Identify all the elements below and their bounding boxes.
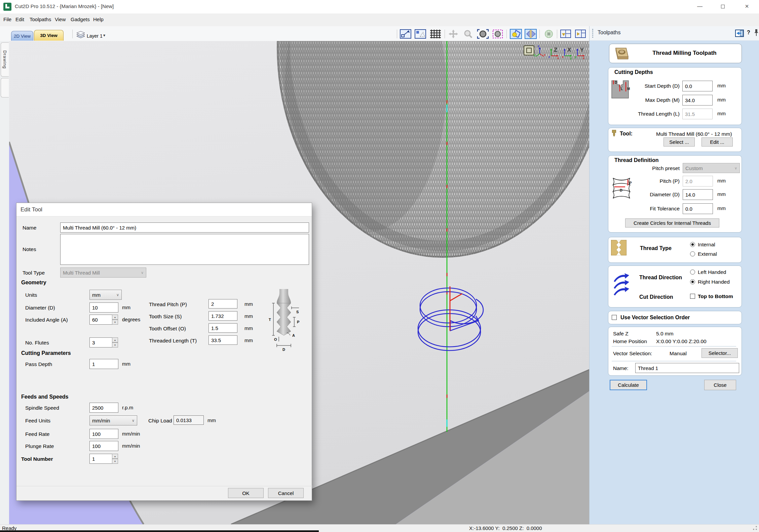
thread-pitch-input[interactable]: 2 xyxy=(208,299,237,309)
diameter-input[interactable]: 10 xyxy=(89,302,118,313)
tool-select-button[interactable]: Select ... xyxy=(663,137,695,147)
toolbar-separator xyxy=(445,30,445,38)
zoom-tool-icon-disabled[interactable] xyxy=(462,29,474,39)
svg-text:y: y xyxy=(570,56,572,60)
thread-length-unit: mm xyxy=(717,111,726,116)
plunge-rate-label: Plunge Rate xyxy=(25,443,54,450)
ok-button[interactable]: OK xyxy=(228,488,264,498)
tool-number-input[interactable]: 1 xyxy=(89,454,112,464)
included-angle-spinner[interactable] xyxy=(112,315,118,325)
menu-help[interactable]: Help xyxy=(93,16,104,22)
vector-order-checkbox[interactable] xyxy=(612,315,617,320)
tab-2d-view[interactable]: 2D View xyxy=(11,31,33,41)
menu-file[interactable]: File xyxy=(3,16,11,22)
menu-edit[interactable]: Edit xyxy=(15,16,24,22)
units-value: mm xyxy=(92,292,101,298)
zoom-extents-icon[interactable] xyxy=(400,29,412,39)
calculate-button[interactable]: Calculate xyxy=(610,380,647,390)
right-handed-radio[interactable] xyxy=(690,279,695,284)
fit-tolerance-input[interactable]: 0.0 xyxy=(683,203,713,214)
thread-type-internal-radio[interactable] xyxy=(690,242,695,247)
tile-windows-vertical-icon[interactable] xyxy=(574,29,586,39)
spindle-speed-input[interactable]: 2500 xyxy=(89,403,118,413)
num-flutes-spinner[interactable] xyxy=(112,337,118,347)
toggle-solid-view-icon-active[interactable] xyxy=(525,29,537,39)
thread-type-external-radio[interactable] xyxy=(690,251,695,256)
help-icon[interactable] xyxy=(747,30,750,36)
window-maximize-button[interactable] xyxy=(715,0,730,13)
svg-text:S: S xyxy=(296,310,299,314)
drawing-side-tab[interactable]: Drawing xyxy=(1,42,9,77)
toggle-material-icon-disabled[interactable] xyxy=(543,29,555,39)
grid-toggle-icon[interactable] xyxy=(429,29,441,39)
window-minimize-button[interactable] xyxy=(692,0,708,13)
plunge-rate-input[interactable]: 100 xyxy=(89,441,118,451)
left-handed-label[interactable]: Left Handed xyxy=(698,269,726,276)
toolpaths-panel-title: Toolpaths xyxy=(598,30,621,36)
pass-depth-input[interactable]: 1 xyxy=(89,359,118,369)
dialog-title-bar[interactable]: Edit Tool xyxy=(16,203,312,216)
pan-tool-icon-disabled[interactable] xyxy=(447,29,459,39)
close-button[interactable]: Close xyxy=(704,380,736,390)
threaded-length-input[interactable]: 33.5 xyxy=(208,335,237,345)
empty-side-tab[interactable] xyxy=(1,78,9,97)
menu-gadgets[interactable]: Gadgets xyxy=(71,16,90,22)
thread-diameter-input[interactable]: 14.0 xyxy=(683,189,713,200)
menu-view[interactable]: View xyxy=(55,16,66,22)
layer-select-label[interactable]: Layer 1 xyxy=(87,33,103,39)
isometric-box-icon[interactable] xyxy=(524,46,534,55)
notes-textarea[interactable] xyxy=(60,234,309,265)
top-to-bottom-checkbox[interactable] xyxy=(690,294,695,299)
thread-type-internal-label[interactable]: Internal xyxy=(698,241,715,248)
pin-panel-icon[interactable] xyxy=(754,29,759,37)
tool-number-spinner[interactable] xyxy=(112,454,118,464)
pitch-preset-value: Custom xyxy=(685,165,703,171)
feed-rate-input[interactable]: 100 xyxy=(89,429,118,439)
name-input[interactable]: Multi Thread Mill (60.0° - 12 mm) xyxy=(60,222,309,233)
max-depth-input[interactable]: 34.0 xyxy=(682,95,713,106)
chip-load-input: 0.0133 xyxy=(174,415,204,425)
tile-windows-horizontal-icon[interactable] xyxy=(560,29,572,39)
thread-type-external-label[interactable]: External xyxy=(698,251,717,257)
panel-grip-handle[interactable] xyxy=(592,29,594,38)
feed-units-dropdown[interactable]: mm/min xyxy=(89,415,137,425)
home-position-label: Home Position xyxy=(613,338,647,345)
selector-button[interactable]: Selector... xyxy=(701,348,738,358)
layer-dropdown-chevron-icon[interactable] xyxy=(103,32,105,38)
num-flutes-input[interactable]: 3 xyxy=(89,337,112,347)
toggle-2d-visibility-icon-active[interactable] xyxy=(510,29,522,39)
create-circles-button[interactable]: Create Circles for Internal Threads xyxy=(625,218,719,228)
vector-order-label[interactable]: Use Vector Selection Order xyxy=(620,315,690,321)
left-handed-radio[interactable] xyxy=(690,270,695,275)
cancel-button[interactable]: Cancel xyxy=(268,488,304,498)
units-dropdown[interactable]: mm xyxy=(89,290,122,300)
tooth-size-input[interactable]: 1.732 xyxy=(208,311,237,321)
threaded-length-label: Threaded Length (T) xyxy=(149,337,197,344)
zoom-box-icon[interactable] xyxy=(492,29,504,39)
zoom-to-drawing-icon[interactable] xyxy=(414,29,426,39)
zoom-selected-icon[interactable] xyxy=(477,29,489,39)
feeds-speeds-header: Feeds and Speeds xyxy=(21,394,69,400)
thread-direction-icon xyxy=(613,273,630,297)
svg-text:P: P xyxy=(297,320,299,324)
feed-rate-unit: mm/min xyxy=(122,431,140,437)
tool-edit-button[interactable]: Edit ... xyxy=(701,137,733,147)
menu-toolpaths[interactable]: Toolpaths xyxy=(30,16,51,22)
diameter-unit: mm xyxy=(122,304,130,310)
window-close-button[interactable] xyxy=(738,0,755,13)
pass-depth-label: Pass Depth xyxy=(25,361,52,368)
toolpath-name-input[interactable]: Thread 1 xyxy=(635,363,739,373)
resize-grip[interactable] xyxy=(753,526,757,530)
dialog-footer-divider xyxy=(16,486,312,486)
notes-label: Notes xyxy=(23,246,36,253)
tooth-offset-input[interactable]: 1.5 xyxy=(208,323,237,333)
tab-3d-view[interactable]: 3D View xyxy=(34,30,64,41)
top-to-bottom-label[interactable]: Top to Bottom xyxy=(698,293,737,300)
right-handed-label[interactable]: Right Handed xyxy=(698,279,730,285)
included-angle-input[interactable]: 60 xyxy=(89,315,112,325)
svg-text:D: D xyxy=(282,347,285,352)
svg-text:Y: Y xyxy=(580,47,584,53)
thread-length-input: 31.5 xyxy=(682,109,713,119)
start-depth-input[interactable]: 0.0 xyxy=(682,81,713,91)
dock-panel-icon[interactable] xyxy=(735,30,744,37)
